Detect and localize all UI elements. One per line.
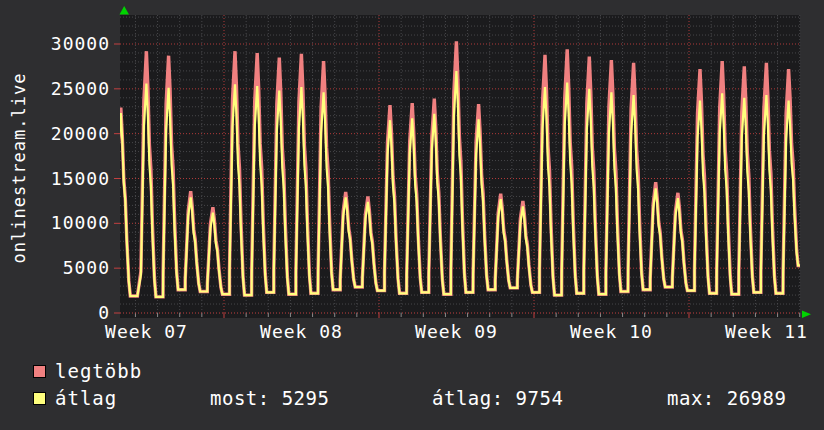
stat-most: most: 5295 xyxy=(210,388,329,408)
y-axis-arrow-icon xyxy=(120,6,130,15)
legend-swatch-red xyxy=(33,365,46,378)
x-axis-arrow-icon xyxy=(802,311,811,319)
y-tick-label: 5000 xyxy=(26,259,110,277)
y-tick-label: 20000 xyxy=(26,125,110,143)
x-tick-label: Week 09 xyxy=(377,322,537,342)
x-tick-label: Week 11 xyxy=(687,322,824,342)
y-tick-label: 10000 xyxy=(26,214,110,232)
legend-label: átlag xyxy=(55,389,117,408)
x-tick-label: Week 08 xyxy=(222,322,382,342)
y-tick-label: 0 xyxy=(26,304,110,322)
x-tick-label: Week 10 xyxy=(532,322,692,342)
y-tick-label: 15000 xyxy=(26,170,110,188)
y-tick-label: 30000 xyxy=(26,35,110,53)
x-tick-label: Week 07 xyxy=(67,322,227,342)
y-tick-label: 25000 xyxy=(26,80,110,98)
legend-swatch-yellow xyxy=(33,392,46,405)
stat-max: max: 26989 xyxy=(667,388,786,408)
legend-item-atlag: átlag xyxy=(33,388,117,408)
legend-label: legtöbb xyxy=(55,362,142,381)
legend-item-legtobb: legtöbb xyxy=(33,361,142,381)
rrd-graph: onlinestream.live 0500010000150002000025… xyxy=(0,0,824,430)
stat-atlag: átlag: 9754 xyxy=(432,388,563,408)
